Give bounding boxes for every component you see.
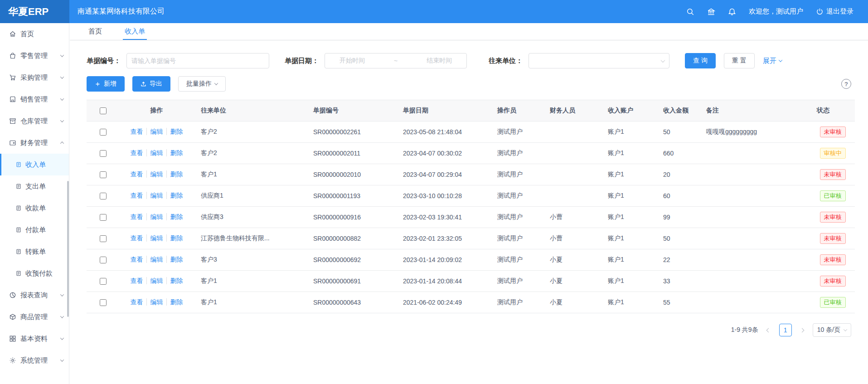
add-button[interactable]: 新增	[87, 76, 125, 92]
edit-link[interactable]: 编辑	[146, 277, 163, 284]
sidebar-item-label: 转账单	[25, 248, 46, 256]
help-icon[interactable]: ?	[841, 79, 851, 89]
row-checkbox[interactable]	[100, 214, 107, 221]
row-checkbox[interactable]	[100, 193, 107, 199]
table-row: 查看编辑删除 供应商3 SR00000000916 2023-02-03 19:…	[87, 207, 855, 228]
warehouse-icon	[9, 117, 16, 125]
view-link[interactable]: 查看	[131, 149, 143, 156]
date-start-placeholder: 开始时间	[339, 57, 365, 65]
sidebar-item-receipt-bill[interactable]: 收款单	[0, 197, 69, 219]
view-link[interactable]: 查看	[131, 192, 143, 199]
select-all-checkbox[interactable]	[100, 107, 107, 114]
delete-link[interactable]: 删除	[166, 170, 183, 178]
page-size-select[interactable]: 10 条/页	[813, 323, 851, 337]
edit-link[interactable]: 编辑	[146, 128, 163, 135]
sidebar-item-finance[interactable]: 财务管理	[0, 132, 69, 154]
table-header-row: 操作 往来单位 单据编号 单据日期 操作员 财务人员 收入账户 收入金额 备注 …	[87, 100, 855, 122]
edit-link[interactable]: 编辑	[146, 192, 163, 199]
row-checkbox[interactable]	[100, 129, 107, 136]
tab-label: 收入单	[125, 27, 145, 36]
page-number-button[interactable]: 1	[779, 324, 792, 336]
delete-link[interactable]: 删除	[166, 192, 183, 199]
sidebar-item-sales[interactable]: 销售管理	[0, 88, 69, 110]
edit-link[interactable]: 编辑	[146, 170, 163, 178]
row-checkbox[interactable]	[100, 278, 107, 285]
sidebar-item-warehouse[interactable]: 仓库管理	[0, 110, 69, 132]
row-checkbox[interactable]	[100, 299, 107, 306]
row-checkbox[interactable]	[100, 257, 107, 263]
sidebar-item-payment-bill[interactable]: 付款单	[0, 219, 69, 241]
cell-remark	[700, 164, 810, 185]
row-actions: 查看编辑删除	[119, 207, 194, 228]
row-checkbox[interactable]	[100, 171, 107, 178]
column-header-date: 单据日期	[397, 100, 491, 122]
tab-income-bill[interactable]: 收入单	[123, 23, 147, 40]
status-badge: 未审核	[820, 254, 846, 265]
sidebar-item-goods[interactable]: 商品管理	[0, 306, 69, 328]
export-button[interactable]: 导出	[132, 76, 170, 92]
sidebar-item-home[interactable]: 首页	[0, 23, 69, 45]
next-page-button[interactable]	[796, 324, 808, 336]
cell-finance	[543, 122, 601, 143]
sidebar-item-purchase[interactable]: 采购管理	[0, 67, 69, 88]
bill-no-input[interactable]	[126, 53, 269, 68]
chevron-left-icon	[766, 328, 771, 332]
view-link[interactable]: 查看	[131, 213, 143, 220]
logout-button[interactable]: 退出登录	[816, 7, 853, 16]
delete-link[interactable]: 删除	[166, 213, 183, 220]
search-button[interactable]: 查 询	[685, 53, 716, 68]
view-link[interactable]: 查看	[131, 277, 143, 284]
document-icon	[15, 205, 22, 211]
cell-date: 2023-02-01 23:32:05	[397, 228, 491, 249]
tab-home[interactable]: 首页	[87, 23, 104, 40]
expand-link[interactable]: 展开	[763, 57, 782, 65]
view-link[interactable]: 查看	[131, 234, 143, 242]
delete-link[interactable]: 删除	[166, 128, 183, 135]
batch-actions-label: 批量操作	[186, 80, 212, 88]
sidebar-item-retail[interactable]: 零售管理	[0, 45, 69, 67]
cell-operator: 测试用户	[491, 271, 543, 292]
cell-operator: 测试用户	[491, 143, 543, 164]
delete-link[interactable]: 删除	[166, 234, 183, 242]
edit-link[interactable]: 编辑	[146, 298, 163, 306]
edit-link[interactable]: 编辑	[146, 234, 163, 242]
edit-link[interactable]: 编辑	[146, 213, 163, 220]
export-button-label: 导出	[150, 80, 162, 88]
reset-button[interactable]: 重 置	[724, 53, 755, 68]
view-link[interactable]: 查看	[131, 298, 143, 306]
edit-link[interactable]: 编辑	[146, 256, 163, 263]
tab-label: 首页	[88, 27, 102, 36]
row-checkbox[interactable]	[100, 235, 107, 242]
chevron-down-icon	[779, 58, 782, 62]
cell-operator: 测试用户	[491, 122, 543, 143]
view-link[interactable]: 查看	[131, 256, 143, 263]
delete-link[interactable]: 删除	[166, 256, 183, 263]
sidebar-item-label: 基本资料	[20, 335, 48, 343]
row-actions: 查看编辑删除	[119, 185, 194, 207]
delete-link[interactable]: 删除	[166, 277, 183, 284]
sidebar-item-reports[interactable]: 报表查询	[0, 284, 69, 306]
cell-operator: 测试用户	[491, 249, 543, 271]
view-link[interactable]: 查看	[131, 170, 143, 178]
date-range-picker[interactable]: 开始时间 ~ 结束时间	[325, 53, 467, 68]
sidebar-item-expense-bill[interactable]: 支出单	[0, 175, 69, 197]
chevron-down-icon	[844, 327, 847, 331]
sidebar-item-basedata[interactable]: 基本资料	[0, 328, 69, 350]
prev-page-button[interactable]	[763, 324, 775, 336]
sidebar-scrollbar[interactable]	[67, 181, 69, 317]
unit-select[interactable]	[529, 53, 669, 68]
sidebar-item-advance-payment[interactable]: 收预付款	[0, 262, 69, 284]
platform-icon[interactable]	[707, 8, 715, 16]
delete-link[interactable]: 删除	[166, 149, 183, 156]
delete-link[interactable]: 删除	[166, 298, 183, 306]
view-link[interactable]: 查看	[131, 128, 143, 135]
sidebar-item-transfer-bill[interactable]: 转账单	[0, 241, 69, 262]
search-icon[interactable]	[686, 8, 694, 16]
cell-date: 2021-06-02 00:24:49	[397, 292, 491, 313]
row-checkbox[interactable]	[100, 150, 107, 157]
batch-actions-button[interactable]: 批量操作	[178, 76, 226, 92]
bell-icon[interactable]	[728, 8, 736, 16]
sidebar-item-income-bill[interactable]: 收入单	[0, 154, 69, 175]
edit-link[interactable]: 编辑	[146, 149, 163, 156]
sidebar-item-system[interactable]: 系统管理	[0, 350, 69, 371]
